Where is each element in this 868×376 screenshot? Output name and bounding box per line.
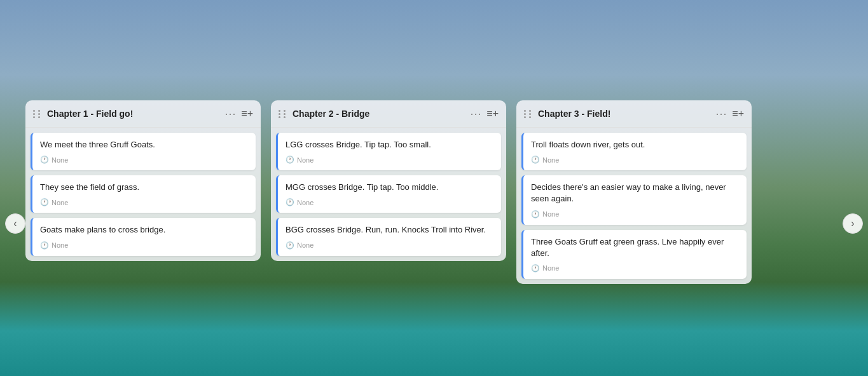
chapter-2-drag-handle[interactable] [279,110,287,118]
scene-text: BGG crosses Bridge. Run, run. Knocks Tro… [286,224,493,236]
scene-card: Three Goats Gruff eat green grass. Live … [521,230,747,279]
scene-meta: 🕐 None [531,264,739,272]
drag-dot [33,113,35,115]
drag-dot [524,110,526,112]
scene-card: Troll floats down river, gets out. 🕐 Non… [521,133,747,170]
clock-icon: 🕐 [286,156,294,164]
drag-dot [279,116,280,118]
chapter-3-add-button[interactable]: ≡+ [732,108,744,119]
drag-dot [38,116,40,118]
clock-icon: 🕐 [531,210,540,218]
scene-text: LGG crosses Bridge. Tip tap. Too small. [286,139,493,151]
scene-card: LGG crosses Bridge. Tip tap. Too small. … [276,133,501,170]
chapter-1-add-button[interactable]: ≡+ [241,108,253,119]
scene-card: Goats make plans to cross bridge. 🕐 None [31,218,256,255]
chapter-2-header-left: Chapter 2 - Bridge [279,109,369,119]
scene-card: They see the field of grass. 🕐 None [31,175,256,213]
drag-dot [284,116,286,118]
drag-dot [33,110,35,112]
right-arrow-icon: › [851,218,854,229]
scene-time: None [297,199,313,206]
drag-dot [279,113,280,115]
chapter-2-header: Chapter 2 - Bridge ⋯ ≡+ [271,100,506,128]
chapter-2-menu-button[interactable]: ⋯ [470,107,481,121]
main-content: ‹ Chapter 1 - Field go! ⋯ [0,90,868,357]
scene-text: Goats make plans to cross bridge. [40,224,248,236]
scene-text: Three Goats Gruff eat green grass. Live … [531,236,739,259]
chapter-2-title: Chapter 2 - Bridge [293,109,369,119]
scene-meta: 🕐 None [531,156,739,164]
scene-text: We meet the three Gruff Goats. [40,139,248,151]
scene-card: BGG crosses Bridge. Run, run. Knocks Tro… [276,218,501,255]
scene-meta: 🕐 None [531,210,739,218]
chapter-col-2: Chapter 2 - Bridge ⋯ ≡+ LGG crosses Brid… [271,100,506,261]
scene-meta: 🕐 None [286,198,493,206]
scene-meta: 🕐 None [40,198,248,206]
scene-meta: 🕐 None [40,156,248,164]
scene-meta: 🕐 None [40,241,248,250]
drag-dot [279,110,280,112]
drag-dot [284,113,286,115]
next-arrow[interactable]: › [843,213,863,234]
drag-dot [529,116,531,118]
chapter-3-drag-handle[interactable] [524,110,533,118]
scene-time: None [542,264,559,272]
chapter-3-header: Chapter 3 - Field! ⋯ ≡+ [516,100,752,128]
drag-dot [524,116,526,118]
clock-icon: 🕐 [531,264,540,272]
chapter-3-menu-button[interactable]: ⋯ [715,107,727,121]
scene-card: Decides there's an easier way to make a … [521,175,747,224]
scene-text: They see the field of grass. [40,182,248,193]
chapter-2-scenes: LGG crosses Bridge. Tip tap. Too small. … [271,128,506,261]
clock-icon: 🕐 [286,198,294,206]
clock-icon: 🕐 [531,156,540,164]
scene-time: None [52,241,68,249]
scene-meta: 🕐 None [286,156,493,164]
scene-time: None [52,156,68,164]
scene-time: None [297,156,313,164]
chapter-2-header-right: ⋯ ≡+ [470,107,499,121]
scene-text: Decides there's an easier way to make a … [531,182,739,205]
chapter-col-1: Chapter 1 - Field go! ⋯ ≡+ We meet the t… [25,100,261,261]
scene-meta: 🕐 None [286,241,493,250]
scene-time: None [297,241,313,249]
chapter-1-title: Chapter 1 - Field go! [47,109,133,119]
chapter-3-header-left: Chapter 3 - Field! [524,109,610,119]
drag-dot [33,116,35,118]
clock-icon: 🕐 [40,241,49,250]
chapter-1-scenes: We meet the three Gruff Goats. 🕐 None Th… [25,128,261,261]
chapter-1-header-left: Chapter 1 - Field go! [33,109,133,119]
clock-icon: 🕐 [286,241,294,250]
scene-time: None [542,156,559,164]
scene-card: MGG crosses Bridge. Tip tap. Too middle.… [276,175,501,213]
drag-dot [524,113,526,115]
drag-dot [38,113,40,115]
chapter-1-header-right: ⋯ ≡+ [224,107,253,121]
drag-dot [529,110,531,112]
chapter-1-header: Chapter 1 - Field go! ⋯ ≡+ [25,100,261,128]
chapter-1-drag-handle[interactable] [33,110,42,118]
drag-dot [284,110,286,112]
clock-icon: 🕐 [40,156,49,164]
scene-text: MGG crosses Bridge. Tip tap. Too middle. [286,182,493,193]
clock-icon: 🕐 [40,198,49,206]
left-arrow-icon: ‹ [13,218,17,229]
scene-text: Troll floats down river, gets out. [531,139,739,151]
chapter-3-title: Chapter 3 - Field! [538,109,610,119]
chapter-3-scenes: Troll floats down river, gets out. 🕐 Non… [516,128,752,284]
chapter-3-header-right: ⋯ ≡+ [715,107,744,121]
scene-card: We meet the three Gruff Goats. 🕐 None [31,133,256,170]
chapter-col-3: Chapter 3 - Field! ⋯ ≡+ Troll floats dow… [516,100,752,284]
scene-time: None [52,199,68,206]
drag-dot [38,110,40,112]
chapter-2-add-button[interactable]: ≡+ [486,108,499,119]
scene-time: None [542,210,559,218]
chapter-1-menu-button[interactable]: ⋯ [224,107,236,121]
drag-dot [529,113,531,115]
prev-arrow[interactable]: ‹ [5,213,25,234]
